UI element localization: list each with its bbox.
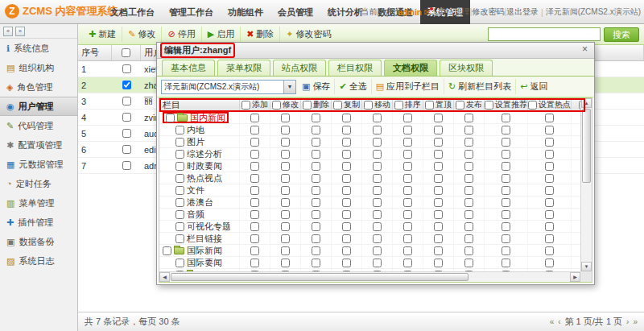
perm-checkbox[interactable] [281,126,290,134]
perm-checkbox[interactable] [403,198,412,207]
perm-checkbox[interactable] [312,186,320,195]
horizontal-scroll-thumb[interactable] [171,273,469,281]
first-page-icon[interactable]: « [550,317,555,326]
perm-checkbox[interactable] [342,222,351,231]
search-input[interactable] [488,27,601,41]
perm-checkbox[interactable] [502,186,510,195]
sidebar-item[interactable]: ◔定时任务 [0,174,77,193]
perm-checkbox[interactable] [545,246,554,255]
dialog-toolbar-button[interactable]: ↻刷新栏目列表 [444,79,515,94]
perm-checkbox[interactable] [250,138,259,147]
mail-icon[interactable]: ✉ [424,8,431,17]
tab-6[interactable]: 区块权限 [440,60,493,76]
sidebar-item[interactable]: ◈角色管理 [0,77,77,97]
nav-item-4[interactable]: 会员管理 [270,0,320,24]
toolbar-button[interactable]: ✦修改密码 [279,27,336,42]
perm-checkbox[interactable] [545,126,554,134]
sidebar-item[interactable]: ℹ系统信息 [0,39,77,58]
collapse-right-icon[interactable]: » [15,27,25,36]
row-select-checkbox[interactable] [163,246,171,255]
perm-checkbox[interactable] [342,210,351,219]
perm-checkbox[interactable] [342,174,351,183]
perm-checkbox[interactable] [545,174,554,183]
perm-checkbox[interactable] [434,114,443,122]
dialog-toolbar-button[interactable]: ▣保存 [298,79,334,94]
perm-checkbox[interactable] [464,150,473,159]
perm-checkbox[interactable] [250,150,259,159]
perm-checkbox[interactable] [434,162,443,171]
perm-checkbox[interactable] [373,210,382,219]
grid-row[interactable]: 栏目链接 [159,233,580,245]
perm-checkbox[interactable] [545,186,554,195]
perm-checkbox[interactable] [434,210,443,219]
tab-2[interactable]: 菜单权限 [217,60,270,76]
sidebar-item[interactable]: ▦元数据管理 [0,155,77,174]
search-button[interactable]: 搜索 [604,27,639,42]
grid-row[interactable]: 综述分析 [159,148,580,160]
perm-checkbox[interactable] [502,222,510,231]
perm-checkbox[interactable] [312,162,320,171]
perm-checkbox[interactable] [464,259,473,267]
perm-checkbox[interactable] [373,234,382,243]
perm-checkbox[interactable] [545,150,554,159]
last-page-icon[interactable]: » [633,317,638,326]
perm-checkbox[interactable] [250,246,259,255]
perm-checkbox[interactable] [373,186,382,195]
sidebar-item[interactable]: ✱配置项管理 [0,135,77,155]
perm-checkbox[interactable] [312,222,320,231]
perm-checkbox[interactable] [545,198,554,207]
perm-checkbox[interactable] [502,162,510,171]
perm-checkbox[interactable] [250,259,259,267]
dialog-toolbar-button[interactable]: ▤应用到子栏目 [371,79,444,94]
tab-5[interactable]: 文档权限 [384,60,437,76]
grid-row[interactable]: 文件 [159,184,580,197]
perm-checkbox[interactable] [464,246,473,255]
perm-checkbox[interactable] [502,259,510,267]
collapse-left-icon[interactable]: « [3,27,13,36]
perm-checkbox[interactable] [342,198,351,207]
perm-checkbox[interactable] [434,150,443,159]
site-name[interactable]: 泽元新闻(ZCMS2.x演示站) [546,6,641,18]
perm-checkbox[interactable] [373,162,382,171]
perm-checkbox[interactable] [403,150,412,159]
tab-1[interactable]: 基本信息 [162,60,215,76]
sidebar-item[interactable]: ▨系统日志 [0,251,77,271]
perm-checkbox[interactable] [373,138,382,147]
perm-checkbox[interactable] [250,126,259,134]
perm-checkbox[interactable] [281,162,290,171]
perm-checkbox[interactable] [250,210,259,219]
perm-checkbox[interactable] [434,234,443,243]
perm-checkbox[interactable] [250,186,259,195]
row-select-checkbox[interactable] [175,234,184,243]
next-page-icon[interactable]: › [626,317,629,326]
perm-checkbox[interactable] [312,246,320,255]
perm-checkbox[interactable] [403,259,412,267]
perm-checkbox[interactable] [502,150,510,159]
perm-checkbox[interactable] [502,234,510,243]
header-link[interactable]: 退出登录 [506,7,539,16]
perm-checkbox[interactable] [312,259,320,267]
perm-checkbox[interactable] [342,259,351,267]
sidebar-item[interactable]: ▤组织机构 [0,58,77,77]
column-select-checkbox[interactable] [333,101,342,110]
perm-checkbox[interactable] [281,150,290,159]
row-select-checkbox[interactable] [175,162,184,171]
toolbar-button[interactable]: ⊘停用 [161,27,200,42]
sidebar-item[interactable]: ✎代码管理 [0,116,77,135]
perm-checkbox[interactable] [281,234,290,243]
perm-checkbox[interactable] [464,162,473,171]
tab-3[interactable]: 站点权限 [273,60,326,76]
column-select-checkbox[interactable] [394,101,403,110]
perm-checkbox[interactable] [545,114,554,122]
perm-checkbox[interactable] [312,138,320,147]
perm-checkbox[interactable] [312,174,320,183]
perm-checkbox[interactable] [281,246,290,255]
perm-checkbox[interactable] [403,114,412,122]
perm-checkbox[interactable] [312,126,320,134]
close-icon[interactable]: × [579,44,591,56]
row-select-checkbox[interactable] [166,114,175,122]
perm-checkbox[interactable] [312,114,320,122]
perm-checkbox[interactable] [545,259,554,267]
prev-page-icon[interactable]: ‹ [558,317,560,326]
horizontal-scrollbar[interactable]: ◀ ▶ [159,271,580,282]
